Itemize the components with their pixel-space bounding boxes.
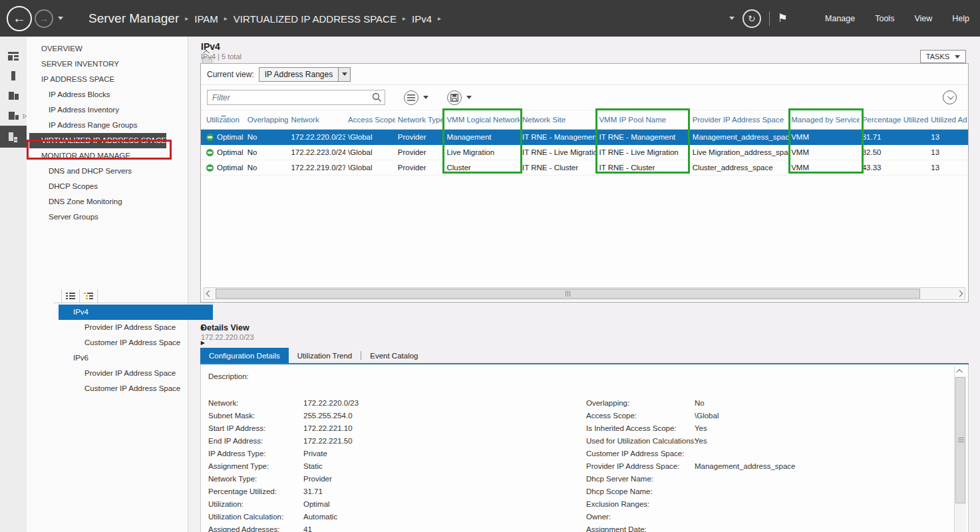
breadcrumb-item[interactable]: IPAM [194,13,218,25]
horizontal-scrollbar[interactable] [204,287,965,300]
detail-field-value: No [695,399,705,407]
column-header-provider-ip-address-space[interactable]: Provider IP Address Space [690,116,788,124]
table-cell: Optimal [204,164,245,172]
flag-icon[interactable]: ⚑ [778,11,788,25]
detail-field-label: Dhcp Scope Name: [586,485,695,498]
details-tabs: Configuration Details Utilization Trend … [200,348,969,364]
current-view-dropdown[interactable]: IP Address Ranges [259,67,351,82]
column-header-network-type[interactable]: Network Type [395,116,444,124]
menu-help[interactable]: Help [952,14,969,23]
dropdown-caret-icon[interactable] [338,68,350,81]
save-query-button[interactable] [447,90,462,105]
forward-button[interactable]: → [35,9,53,28]
history-dropdown-icon[interactable] [58,17,63,20]
table-row[interactable]: OptimalNo172.22.219.0/27\GlobalProviderC… [201,160,968,176]
tree-item-provider-ip-address-space[interactable]: Provider IP Address Space▶ [53,320,214,335]
breadcrumb-item[interactable]: IPv4 [412,13,432,25]
list-view-icon [66,292,75,300]
detail-field-row: Access Scope:\Global [586,410,879,422]
table-cell: No [245,164,289,172]
column-header-utilization[interactable]: Utilization [204,116,245,124]
table-cell: No [245,148,289,156]
breadcrumb-item[interactable]: Server Manager [88,11,179,26]
column-header-managed-by-service[interactable]: Managed by Service [788,116,860,124]
tree-item-customer-ip-address-space[interactable]: Customer IP Address Space▶ [53,335,214,350]
back-button[interactable]: ← [7,6,32,31]
sidebar-item-server-groups[interactable]: Server Groups [27,209,174,225]
refresh-button[interactable]: ↻ [742,9,761,28]
ipam-icon[interactable]: ▷ [0,126,27,148]
table-cell: Provider [395,133,444,141]
detail-field-label: Subnet Mask: [208,410,303,422]
sidebar-item-ip-address-space[interactable]: IP ADDRESS SPACE [27,72,174,87]
tree-item-ipv6[interactable]: IPv6 [53,350,214,366]
current-view-row: Current view: IP Address Ranges [201,64,968,85]
column-header-vmm-ip-pool-name[interactable]: VMM IP Pool Name [596,116,689,124]
sidebar-item-dns-zone-monitoring[interactable]: DNS Zone Monitoring [27,194,174,209]
menu-tools[interactable]: Tools [875,14,894,23]
sidebar-item-monitor-and-manage[interactable]: MONITOR AND MANAGE [27,148,174,164]
table-cell: VMM [788,133,860,141]
detail-field-value: 172.22.221.10 [303,424,353,432]
scroll-up-icon[interactable] [955,366,966,376]
tab-utilization-trend[interactable]: Utilization Trend [289,348,361,363]
list-view-tab[interactable] [61,289,80,303]
collapse-panel-button[interactable] [943,90,957,104]
table-row[interactable]: OptimalNo172.22.220.0/23\GlobalProviderM… [201,130,968,145]
table-cell: No [245,133,289,141]
sidebar-item-virtualized-ip-address-space[interactable]: VIRTUALIZED IP ADDRESS SPACE [29,133,166,148]
detail-field-label: Assignment Date: [586,523,695,532]
table-cell: 32.50 [860,148,929,156]
detail-field-value: 255.255.254.0 [303,412,353,420]
local-server-icon[interactable] [0,66,27,86]
column-header-utilized-addresses[interactable]: Utilized Ad [928,116,968,124]
column-header-network[interactable]: Network [288,116,345,124]
column-header-percentage-utilized[interactable]: Percentage Utilized [860,116,929,124]
page-title: IPv4 [201,41,220,52]
scrollbar-thumb[interactable] [955,377,965,503]
column-header-vmm-logical-network[interactable]: VMM Logical Network [444,116,520,124]
column-header-overlapping[interactable]: Overlapping [245,116,289,124]
tab-configuration-details[interactable]: Configuration Details [200,348,289,363]
tab-event-catalog[interactable]: Event Catalog [361,348,426,363]
table-row[interactable]: OptimalNo172.22.223.0/24\GlobalProviderL… [201,145,968,160]
menu-manage[interactable]: Manage [825,14,855,23]
criteria-caret-icon[interactable] [423,96,428,99]
sort-ascending-icon [221,116,226,116]
detail-field-value: 172.22.220.0/23 [303,399,359,407]
sidebar-item-ip-address-range-groups[interactable]: IP Address Range Groups [27,118,174,133]
menu-view[interactable]: View [914,14,932,23]
save-query-caret-icon[interactable] [466,96,472,99]
tree-item-customer-ip-address-space[interactable]: Customer IP Address Space▶ [53,381,214,396]
breadcrumb-separator-icon: ▸ [224,15,228,22]
all-servers-icon[interactable] [0,86,27,106]
sidebar-item-dhcp-scopes[interactable]: DHCP Scopes [27,179,174,194]
tree-item-ipv4[interactable]: IPv4 [59,305,213,320]
scroll-right-icon[interactable] [955,288,965,299]
column-header-network-site[interactable]: Network Site [520,116,597,124]
tasks-button[interactable]: TASKS [920,50,966,63]
tree-item-provider-ip-address-space[interactable]: Provider IP Address Space▶ [53,366,214,381]
details-scrollbar[interactable] [954,366,966,532]
tree-view-tab[interactable] [80,289,98,303]
detail-field-row: Provider IP Address Space:Management_add… [586,460,879,473]
scroll-left-icon[interactable] [204,288,214,299]
filter-input[interactable] [207,90,385,105]
detail-field-label: Assigned Addresses: [208,523,303,532]
table-cell: \Global [345,133,395,141]
table-cell: IT RNE - Management [596,133,689,141]
column-header-access-scope[interactable]: Access Scope [345,116,395,124]
query-criteria-button[interactable] [404,90,418,105]
dashboard-icon[interactable] [0,46,27,66]
notifications-dropdown-icon[interactable] [729,17,735,20]
sidebar-item-ip-address-inventory[interactable]: IP Address Inventory [27,102,174,118]
table-cell: IT RNE - Cluster [520,164,597,172]
sidebar-item-server-inventory[interactable]: SERVER INVENTORY [27,57,174,72]
breadcrumb-item[interactable]: VIRTUALIZED IP ADDRESS SPACE [234,13,397,25]
sidebar-item-ip-address-blocks[interactable]: IP Address Blocks [27,87,174,102]
sidebar-item-dns-and-dhcp-servers[interactable]: DNS and DHCP Servers [27,164,174,179]
detail-field-value: Automatic [303,513,337,521]
sidebar-item-overview[interactable]: OVERVIEW [27,41,174,57]
scrollbar-thumb[interactable] [216,289,920,299]
file-storage-services-icon[interactable]: ▷ [0,106,27,126]
